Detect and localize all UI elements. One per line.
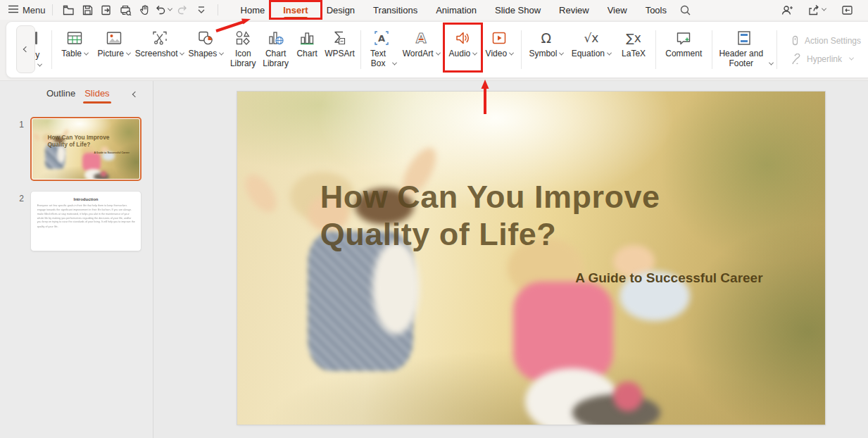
redo-button-disabled[interactable] <box>173 2 192 18</box>
chart-library-button[interactable]: Chart Library <box>259 22 291 77</box>
svg-text:A: A <box>378 33 385 44</box>
thumb2-body-text: Everyone set few specific goals in their… <box>31 201 141 229</box>
slide-1-thumbnail[interactable]: How Can You Improve Quality of Life? A G… <box>30 117 141 181</box>
account-button[interactable] <box>777 2 796 18</box>
photo-figure <box>372 242 420 334</box>
comment-icon <box>674 29 693 47</box>
wordart-button[interactable]: A WordArt <box>398 22 445 77</box>
open-file-button[interactable] <box>59 2 78 18</box>
output-export-button[interactable] <box>97 2 116 18</box>
wps-presentation-window: Menu Home Insert Design Transitions Anim… <box>0 0 868 438</box>
tab-tools[interactable]: Tools <box>636 0 676 20</box>
search-button[interactable] <box>676 2 695 18</box>
photo-figure <box>239 168 283 218</box>
save-button[interactable] <box>78 2 97 18</box>
video-button[interactable]: Video <box>481 22 517 77</box>
active-tab-underline <box>284 17 307 19</box>
chart-button[interactable]: Chart <box>292 22 322 77</box>
slide-canvas[interactable]: How Can You Improve Quality of Life? A G… <box>153 81 868 438</box>
share-button[interactable] <box>807 2 826 18</box>
shapes-icon <box>196 29 215 47</box>
slide-title[interactable]: How Can You Improve Quality of Life? <box>320 179 732 253</box>
chevron-down-icon <box>392 60 397 65</box>
audio-button[interactable]: Audio <box>444 22 481 77</box>
tab-home[interactable]: Home <box>232 0 275 20</box>
print-preview-button[interactable] <box>116 2 135 18</box>
group-divider <box>360 30 361 69</box>
group-divider <box>776 30 777 69</box>
group-divider <box>655 30 656 69</box>
text-box-icon: A <box>372 29 391 47</box>
table-button[interactable]: Table <box>56 22 94 77</box>
tab-view[interactable]: View <box>598 0 636 20</box>
symbol-button[interactable]: Ω Symbol <box>525 22 567 77</box>
thumb-slide-title: How Can You Improve Quality of Life? <box>47 134 122 149</box>
tab-slide-show[interactable]: Slide Show <box>486 0 550 20</box>
hyperlink-button-disabled[interactable]: Hyperlink <box>791 54 865 64</box>
tab-insert[interactable]: Insert <box>274 0 317 20</box>
chevron-down-icon <box>37 62 42 67</box>
slide-number: 2 <box>0 191 24 251</box>
comment-button[interactable]: Comment <box>660 22 708 77</box>
latex-button[interactable]: ∑x LaTeX <box>615 22 652 77</box>
slide-2-thumbnail[interactable]: Introduction Everyone set few specific g… <box>30 191 141 251</box>
collapse-slides-pane-button[interactable] <box>133 88 137 99</box>
shapes-button[interactable]: Shapes <box>185 22 227 77</box>
hand-pan-icon <box>139 5 150 15</box>
divider <box>218 4 218 15</box>
wordart-icon: A <box>412 29 430 47</box>
tab-animation[interactable]: Animation <box>427 0 486 20</box>
action-settings-icon <box>791 35 800 46</box>
tab-outline[interactable]: Outline <box>45 86 77 101</box>
screenshot-button[interactable]: Screenshot <box>134 22 184 77</box>
svg-text:A: A <box>416 30 427 46</box>
hyperlink-icon <box>791 54 802 64</box>
hidden-button-icon-fragment <box>35 32 37 44</box>
share-icon <box>808 5 819 15</box>
export-icon <box>101 5 112 15</box>
tab-design[interactable]: Design <box>317 0 364 20</box>
action-settings-button-disabled[interactable]: Action Settings <box>791 35 865 46</box>
photo-figure <box>613 382 643 412</box>
redo-icon <box>177 5 188 15</box>
pan-tool-button[interactable] <box>135 2 154 18</box>
chevron-left-icon <box>132 91 138 96</box>
share-dropdown-chevron-icon <box>822 6 826 11</box>
undo-button[interactable] <box>154 2 173 18</box>
ribbon: y Table Picture Screenshot Shapes <box>0 20 868 81</box>
photo-figure <box>513 282 613 382</box>
slide-subtitle[interactable]: A Guide to Successful Career <box>575 270 762 286</box>
wpsart-button[interactable]: WPSArt <box>322 22 357 77</box>
hidden-button-fragment: y <box>35 32 45 70</box>
search-icon <box>680 5 691 15</box>
customize-toolbar-button[interactable] <box>192 2 211 18</box>
tab-review[interactable]: Review <box>550 0 598 20</box>
text-box-button[interactable]: A Text Box <box>365 22 397 77</box>
icon-library-button[interactable]: Icon Library <box>227 22 259 77</box>
dock-window-button[interactable] <box>838 2 857 18</box>
tab-slides[interactable]: Slides <box>83 86 111 101</box>
equation-sqrt-icon: √x <box>584 29 598 47</box>
chevron-left-icon <box>23 46 28 52</box>
table-icon <box>65 29 84 47</box>
wpsart-icon <box>330 29 348 47</box>
group-divider <box>51 30 52 69</box>
collapse-pane-handle[interactable] <box>16 25 35 73</box>
chevron-down-icon <box>219 51 224 56</box>
group-divider <box>521 30 522 69</box>
action-link-group: Action Settings Hyperlink <box>781 22 865 77</box>
chevron-down-icon <box>126 51 131 56</box>
print-preview-icon <box>120 5 132 15</box>
header-and-footer-button[interactable]: Header and Footer <box>715 22 773 77</box>
thumb-slide-subtitle: A Guide to Successful Career <box>94 151 129 154</box>
tab-transitions[interactable]: Transitions <box>364 0 427 20</box>
chevron-down-icon <box>559 51 564 56</box>
chart-icon <box>298 29 316 47</box>
menu-button[interactable]: Menu <box>8 5 46 15</box>
equation-button[interactable]: √x Equation <box>567 22 616 77</box>
titlebar-right-controls <box>777 2 861 18</box>
slide-page[interactable]: How Can You Improve Quality of Life? A G… <box>237 92 825 425</box>
partially-hidden-ribbon-button[interactable]: y <box>6 22 48 77</box>
picture-button[interactable]: Picture <box>94 22 134 77</box>
audio-icon <box>453 29 472 47</box>
